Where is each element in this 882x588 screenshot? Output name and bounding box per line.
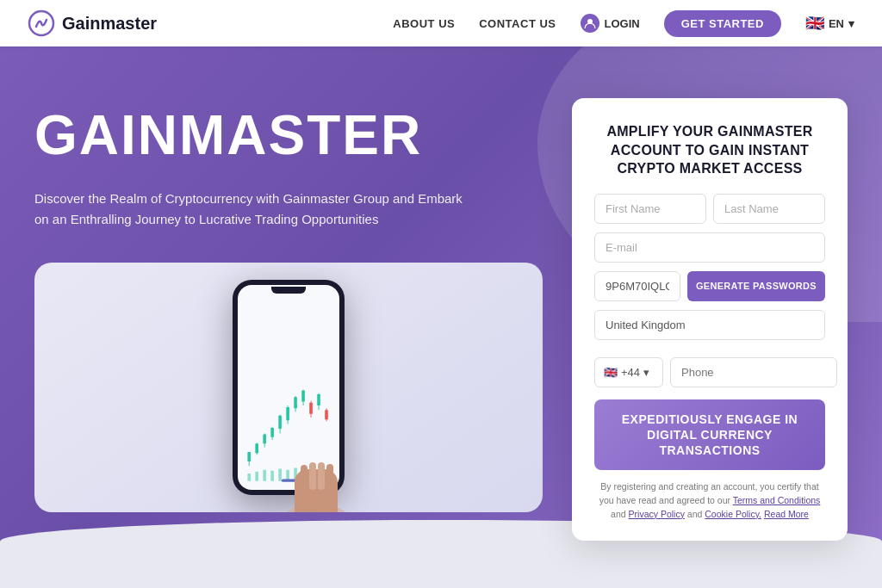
phone-input[interactable]: [670, 357, 837, 387]
name-row: [594, 194, 825, 224]
hero-phone-card: [34, 263, 543, 512]
first-name-input[interactable]: [594, 194, 706, 224]
nav-login[interactable]: LOGIN: [581, 14, 640, 33]
hero-title: GAINMASTER: [34, 107, 534, 164]
svg-rect-38: [301, 465, 307, 491]
cta-button[interactable]: EXPEDITIOUSLY ENGAGE IN DIGITAL CURRENCY…: [594, 399, 825, 471]
and2-text: and: [687, 509, 703, 519]
lang-label: EN: [829, 17, 844, 30]
privacy-link[interactable]: Privacy Policy: [629, 509, 685, 519]
password-input[interactable]: [594, 271, 680, 301]
hero-section: GAINMASTER Discover the Realm of Cryptoc…: [0, 46, 882, 588]
and1-text: and: [611, 509, 626, 519]
terms-link[interactable]: Terms and Conditions: [733, 495, 821, 505]
nav-contact[interactable]: CONTACT US: [479, 17, 556, 30]
generate-password-button[interactable]: GENERATE PASSWORDS: [687, 271, 825, 301]
login-avatar-icon: [581, 14, 599, 33]
form-title: AMPLIFY YOUR GAINMASTER ACCOUNT TO GAIN …: [594, 122, 825, 178]
hero-content: GAINMASTER Discover the Realm of Cryptoc…: [34, 98, 534, 512]
registration-form-card: AMPLIFY YOUR GAINMASTER ACCOUNT TO GAIN …: [572, 98, 848, 541]
phone-prefix-selector[interactable]: 🇬🇧 +44 ▾: [594, 357, 663, 387]
form-disclaimer: By registering and creating an account, …: [594, 480, 825, 521]
login-label: LOGIN: [605, 17, 640, 30]
navbar: Gainmaster ABOUT US CONTACT US LOGIN GET…: [0, 0, 882, 46]
flag-uk-icon: 🇬🇧: [604, 366, 618, 379]
nav-about[interactable]: ABOUT US: [393, 17, 455, 30]
chevron-down-icon: ▾: [643, 366, 649, 379]
language-selector[interactable]: 🇬🇧 EN ▾: [805, 14, 854, 33]
hero-subtitle: Discover the Realm of Cryptocurrency wit…: [34, 189, 465, 230]
hand-icon: [247, 392, 385, 512]
nav-links: ABOUT US CONTACT US LOGIN GET STARTED 🇬🇧…: [393, 10, 854, 37]
password-row: GENERATE PASSWORDS: [594, 271, 825, 301]
chevron-down-icon: ▾: [848, 17, 854, 30]
logo-text: Gainmaster: [62, 14, 157, 34]
logo-icon: [28, 9, 55, 37]
logo[interactable]: Gainmaster: [28, 9, 157, 37]
last-name-input[interactable]: [713, 194, 825, 224]
phone-row: 🇬🇧 +44 ▾: [594, 357, 825, 387]
country-select[interactable]: United Kingdom: [594, 310, 825, 340]
email-input[interactable]: [594, 232, 825, 263]
phone-notch: [271, 287, 306, 294]
read-more-link[interactable]: Read More: [764, 509, 809, 519]
phone-prefix-text: +44: [621, 366, 640, 379]
get-started-button[interactable]: GET STARTED: [664, 10, 781, 37]
svg-rect-40: [318, 462, 325, 490]
cookie-link[interactable]: Cookie Policy.: [705, 509, 761, 519]
svg-rect-39: [309, 462, 316, 490]
flag-icon: 🇬🇧: [805, 14, 824, 33]
svg-rect-41: [326, 464, 333, 488]
